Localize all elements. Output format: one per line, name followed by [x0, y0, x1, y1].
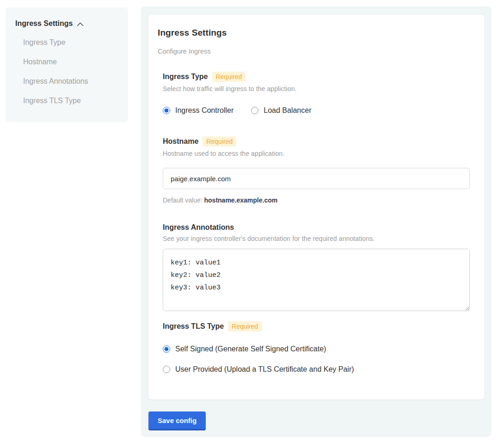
radio-option-load-balancer[interactable]: Load Balancer — [251, 106, 311, 115]
page-title: Ingress Settings — [158, 28, 470, 38]
user-provided-radio[interactable] — [163, 366, 170, 373]
radio-option-self-signed[interactable]: Self Signed (Generate Self Signed Certif… — [163, 345, 470, 353]
section-ingress-annotations: Ingress Annotations See your ingress con… — [163, 223, 470, 311]
ingress-controller-radio[interactable] — [163, 107, 170, 114]
load-balancer-radio[interactable] — [251, 107, 258, 114]
hostname-default-line: Default value: hostname.example.com — [163, 196, 470, 204]
save-config-button[interactable]: Save config — [148, 411, 206, 429]
sidebar-item-list: Ingress Type Hostname Ingress Annotation… — [23, 38, 119, 105]
required-badge: Required — [228, 321, 262, 331]
annotations-textarea[interactable] — [163, 249, 470, 311]
hostname-help: Hostname used to access the application. — [163, 150, 470, 157]
section-ingress-type: Ingress Type Required Select how traffic… — [163, 72, 470, 115]
tls-type-label: Ingress TLS Type — [163, 322, 224, 331]
config-nav-sidebar: Ingress Settings Ingress Type Hostname I… — [6, 7, 128, 122]
annotations-label: Ingress Annotations — [163, 223, 234, 232]
radio-label: Ingress Controller — [175, 106, 234, 115]
config-panel: Ingress Settings Configure Ingress Ingre… — [141, 6, 492, 437]
chevron-up-icon — [77, 22, 84, 26]
required-badge: Required — [212, 72, 246, 82]
radio-label: Self Signed (Generate Self Signed Certif… — [175, 345, 326, 353]
ingress-settings-card: Ingress Settings Configure Ingress Ingre… — [148, 15, 484, 399]
default-value-label: Default value: — [163, 196, 203, 204]
ingress-type-radio-group: Ingress Controller Load Balancer — [163, 106, 470, 115]
radio-option-ingress-controller[interactable]: Ingress Controller — [163, 106, 234, 115]
self-signed-radio[interactable] — [163, 345, 170, 353]
section-hostname: Hostname Required Hostname used to acces… — [163, 136, 470, 204]
page-subtitle: Configure Ingress — [158, 48, 470, 55]
default-value-text: hostname.example.com — [204, 196, 278, 204]
radio-label: Load Balancer — [264, 106, 311, 115]
sidebar-group-ingress-settings[interactable]: Ingress Settings — [15, 19, 119, 28]
tls-type-radio-group: Self Signed (Generate Self Signed Certif… — [163, 345, 470, 374]
radio-option-user-provided[interactable]: User Provided (Upload a TLS Certificate … — [163, 365, 470, 374]
hostname-label: Hostname — [163, 137, 198, 146]
sidebar-item-ingress-type[interactable]: Ingress Type — [23, 38, 119, 47]
sidebar-item-ingress-annotations[interactable]: Ingress Annotations — [23, 77, 119, 86]
ingress-type-help: Select how traffic will ingress to the a… — [163, 85, 470, 92]
hostname-input[interactable] — [163, 168, 470, 189]
sidebar-item-ingress-tls-type[interactable]: Ingress TLS Type — [23, 96, 119, 105]
ingress-type-label: Ingress Type — [163, 73, 208, 81]
section-ingress-tls-type: Ingress TLS Type Required Self Signed (G… — [163, 321, 470, 374]
sidebar-group-title: Ingress Settings — [15, 19, 73, 28]
radio-label: User Provided (Upload a TLS Certificate … — [175, 365, 354, 374]
sidebar-item-hostname[interactable]: Hostname — [23, 57, 119, 67]
annotations-help: See your ingress controller's documentat… — [163, 235, 470, 242]
required-badge: Required — [203, 136, 236, 147]
